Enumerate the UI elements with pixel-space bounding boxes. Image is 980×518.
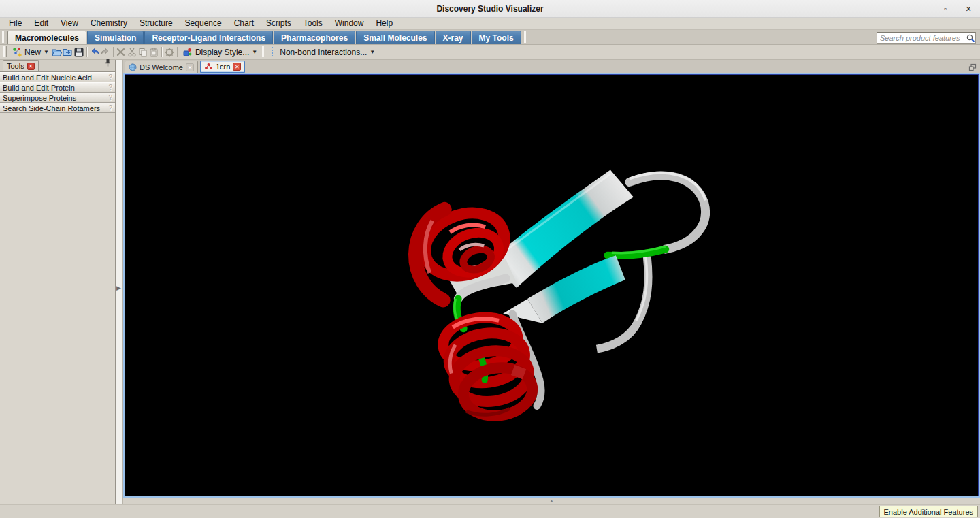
copy-icon[interactable] (137, 47, 148, 58)
menu-structure[interactable]: Structure (133, 18, 179, 30)
viewport-collapse-strip[interactable]: ▲ (123, 498, 980, 504)
insert-file-icon[interactable] (63, 47, 74, 58)
tab-close-icon[interactable]: ✕ (186, 63, 194, 71)
toolbar-separator (113, 47, 114, 57)
display-style-button[interactable]: Display Style... ▼ (180, 46, 260, 59)
tool-item-label: Build and Edit Nucleic Acid (3, 74, 92, 82)
document-tab-label: 1crn (216, 63, 230, 71)
molecule-viewport[interactable] (125, 74, 979, 496)
tool-item-superimpose-proteins[interactable]: Superimpose Proteins? (0, 93, 115, 103)
toolbar-separator (161, 47, 162, 57)
minimize-button[interactable]: – (916, 3, 928, 15)
tool-item-search-side-chain-rotamers[interactable]: Search Side-Chain Rotamers? (0, 103, 115, 113)
ribbon-tab-simulation[interactable]: Simulation (87, 31, 144, 44)
toolbar-grip[interactable] (262, 46, 265, 57)
settings-gear-icon[interactable] (164, 47, 175, 58)
app-window: Discovery Studio Visualizer – ▫ ✕ FileEd… (0, 0, 980, 518)
menu-sequence[interactable]: Sequence (179, 18, 228, 30)
chevron-down-icon: ▼ (252, 49, 257, 55)
toolbar-separator (86, 47, 87, 57)
document-area: DS Welcome✕1crn✕ (123, 60, 980, 504)
main-toolbar: New ▼ (0, 45, 980, 60)
document-tab-1crn[interactable]: 1crn✕ (200, 61, 245, 73)
new-button-label: New (24, 48, 41, 57)
window-title: Discovery Studio Visualizer (436, 4, 543, 14)
ribbon-tab-macromolecules[interactable]: Macromolecules (7, 31, 86, 44)
menu-scripts[interactable]: Scripts (260, 18, 297, 30)
undo-icon[interactable] (89, 47, 100, 58)
menu-edit[interactable]: Edit (28, 18, 54, 30)
cut-icon[interactable] (127, 47, 137, 58)
title-bar: Discovery Studio Visualizer – ▫ ✕ (0, 0, 980, 18)
toolbar-grip[interactable] (2, 31, 5, 43)
panel-splitter[interactable]: ▶ (116, 60, 123, 504)
nonbond-interactions-button[interactable]: Non-bond Interactions... ▼ (277, 46, 378, 59)
ribbon-tab-receptor-ligand-interactions[interactable]: Receptor-Ligand Interactions (144, 31, 273, 44)
delete-icon[interactable] (116, 47, 127, 58)
redo-icon[interactable] (100, 47, 111, 58)
chevron-down-icon: ▼ (44, 49, 49, 55)
tab-close-icon[interactable]: ✕ (233, 63, 241, 71)
float-window-icon[interactable] (968, 62, 977, 74)
tools-panel-tab[interactable]: Tools ✕ (3, 60, 39, 71)
enable-additional-features-button[interactable]: Enable Additional Features (879, 506, 978, 517)
ribbon-tab-x-ray[interactable]: X-ray (436, 31, 471, 44)
menu-file[interactable]: File (3, 18, 28, 30)
collapse-arrow-icon[interactable]: ▲ (549, 498, 554, 504)
splitter-collapse-icon[interactable]: ▶ (116, 285, 121, 291)
protein-ribbon-graphic (125, 75, 978, 496)
expander-icon[interactable]: ? (108, 104, 112, 112)
tools-panel-header: Tools ✕ (0, 60, 115, 72)
tool-item-build-and-edit-protein[interactable]: Build and Edit Protein? (0, 82, 115, 93)
pin-icon[interactable] (105, 57, 111, 69)
expander-icon[interactable]: ? (108, 94, 112, 101)
menu-chemistry[interactable]: Chemistry (84, 18, 133, 30)
tools-panel-items: Build and Edit Nucleic Acid?Build and Ed… (0, 72, 115, 113)
status-bar: Enable Additional Features (0, 504, 980, 518)
expander-icon[interactable]: ? (108, 84, 112, 91)
close-button[interactable]: ✕ (962, 3, 975, 15)
tool-item-build-and-edit-nucleic-acid[interactable]: Build and Edit Nucleic Acid? (0, 72, 115, 82)
toolbar-grip[interactable] (3, 46, 7, 57)
display-style-label: Display Style... (195, 48, 249, 57)
ribbon-tabs: MacromoleculesSimulationReceptor-Ligand … (7, 31, 522, 44)
window-controls: – ▫ ✕ (916, 0, 975, 18)
tool-item-label: Search Side-Chain Rotamers (3, 104, 100, 112)
toolbar-separator (177, 47, 178, 57)
viewport-border (123, 73, 980, 498)
display-style-icon (182, 47, 193, 58)
menu-bar: FileEditViewChemistryStructureSequenceCh… (0, 18, 980, 30)
search-input[interactable] (877, 34, 966, 42)
nonbond-interactions-label: Non-bond Interactions... (280, 48, 367, 57)
ds-welcome-icon (129, 63, 137, 71)
document-tab-ds-welcome[interactable]: DS Welcome✕ (125, 61, 198, 73)
tools-panel-title: Tools (7, 62, 24, 70)
document-tab-bar: DS Welcome✕1crn✕ (123, 60, 980, 73)
product-search (877, 32, 976, 44)
ribbon-tab-row: MacromoleculesSimulationReceptor-Ligand … (0, 30, 980, 45)
ribbon-tab-small-molecules[interactable]: Small Molecules (356, 31, 434, 44)
tools-panel: Tools ✕ Build and Edit Nucleic Acid?Buil… (0, 60, 116, 504)
tool-item-label: Superimpose Proteins (3, 94, 76, 102)
toolbar-separator (272, 47, 273, 57)
expander-icon[interactable]: ? (108, 74, 112, 81)
ribbon-tab-pharmacophores[interactable]: Pharmacophores (274, 31, 355, 44)
tool-item-label: Build and Edit Protein (3, 84, 75, 92)
new-button[interactable]: New ▼ (9, 46, 52, 59)
new-document-icon (12, 47, 22, 58)
open-file-icon[interactable] (52, 47, 63, 58)
search-icon[interactable] (966, 33, 975, 43)
maximize-button[interactable]: ▫ (939, 3, 951, 15)
ribbon-tab-my-tools[interactable]: My Tools (472, 31, 521, 44)
menu-window[interactable]: Window (329, 18, 370, 30)
save-icon[interactable] (74, 47, 84, 58)
menu-help[interactable]: Help (370, 18, 399, 30)
document-tab-label: DS Welcome (140, 63, 183, 71)
content-area: Tools ✕ Build and Edit Nucleic Acid?Buil… (0, 60, 980, 504)
menu-view[interactable]: View (54, 18, 84, 30)
toolbar-grip[interactable] (524, 31, 527, 43)
paste-icon[interactable] (148, 47, 159, 58)
menu-tools[interactable]: Tools (297, 18, 329, 30)
menu-chart[interactable]: Chart (228, 18, 260, 30)
tools-panel-close-icon[interactable]: ✕ (27, 63, 35, 70)
